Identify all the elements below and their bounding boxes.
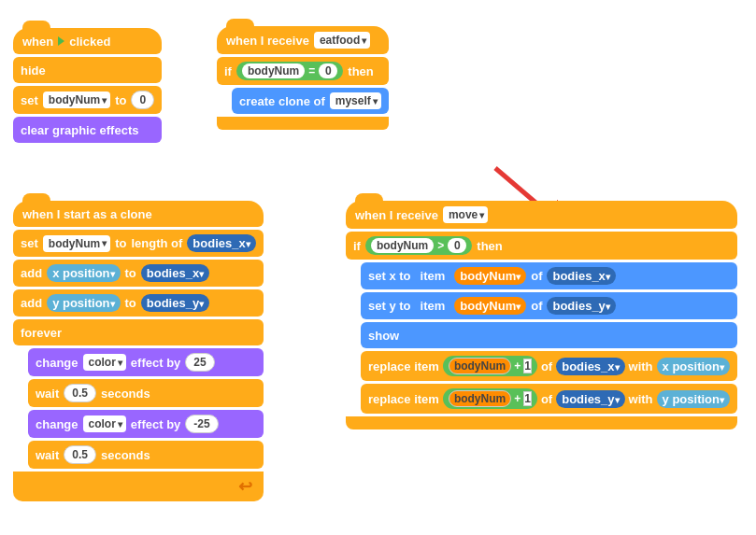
val-0-5[interactable]: 0.5 [64,384,96,402]
move-dropdown[interactable]: move [443,206,488,223]
show-text: show [368,329,399,343]
bodynum-plus1-pill2[interactable]: bodyNum + 1 [443,388,537,409]
forever-text: forever [21,326,62,340]
to-label2: to [115,236,126,250]
wait2-block[interactable]: wait 0.5 seconds [28,441,264,469]
bodies-x-dd3[interactable]: bodies_x [547,267,615,285]
bodynum-dd4[interactable]: bodyNum [454,297,526,315]
when-text: when [22,35,53,49]
add-ypos-block[interactable]: add y position to bodies_y [13,289,264,317]
clear-graphic-text: clear graphic effects [21,123,138,137]
change-label2: change [36,417,78,431]
bodynum-dd3[interactable]: bodyNum [454,267,526,285]
add-label: add [21,266,42,280]
wait-label: wait [36,387,59,401]
bodies-x-dd2[interactable]: bodies_x [141,264,209,282]
show-block[interactable]: show [361,322,737,348]
to-label3: to [125,266,136,280]
val-neg25[interactable]: -25 [185,415,218,433]
receive-move-group: when I receive move if bodyNum > 0 then … [346,201,737,429]
set-x-block[interactable]: set x to item bodyNum of bodies_x [361,262,737,289]
wait1-block[interactable]: wait 0.5 seconds [28,379,264,407]
bodynum-val2: bodyNum [371,238,434,253]
bodies-x-dd[interactable]: bodies_x [187,234,255,252]
receive-eatfood-hat[interactable]: when I receive eatfood [217,26,389,54]
with-label2: with [629,392,653,406]
seconds-label2: seconds [101,448,150,462]
bodies-y-dd[interactable]: bodies_y [141,294,209,312]
when-clicked-hat[interactable]: when clicked [13,28,162,54]
value-zero[interactable]: 0 [131,91,154,109]
change-color1-block[interactable]: change color effect by 25 [28,348,264,376]
forever-cap: ↩ [13,472,264,501]
bodies-y-dd2[interactable]: bodies_y [547,297,615,315]
add-label2: add [21,296,42,310]
to-label4: to [125,296,136,310]
set-label2: set [21,236,38,250]
flag-icon [58,36,64,46]
bodies-x-dd4[interactable]: bodies_x [556,358,624,375]
when-clicked-group: when clicked hide set bodyNum to 0 clear… [13,28,162,143]
then-label2: then [477,239,502,253]
create-clone-text: create clone of [239,94,325,108]
if-label2: if [353,239,361,253]
change-color2-block[interactable]: change color effect by -25 [28,410,264,438]
when-receive2-text: when I receive [355,208,438,222]
equals-op: = [308,64,315,77]
xpos-dd2[interactable]: x position [657,358,730,375]
bodynum-plus1-pill[interactable]: bodyNum + 1 [443,356,537,376]
replace-item-text2: replace item [368,392,439,406]
clone-group: when I start as a clone set bodyNum to l… [13,201,264,501]
when-receive-text: when I receive [226,34,309,48]
bodynum-gt-pill[interactable]: bodyNum > 0 [365,236,472,255]
item-label: item [416,267,450,285]
replace-x-block[interactable]: replace item bodyNum + 1 of bodies_x wit… [361,351,737,381]
color-dd2[interactable]: color [83,415,126,432]
set-y-block[interactable]: set y to item bodyNum of bodies_y [361,292,737,319]
myself-dropdown[interactable]: myself [330,92,381,109]
gt-op: > [437,239,444,252]
replace-item-text: replace item [368,359,439,373]
set-bodynum-block[interactable]: set bodyNum to 0 [13,86,162,114]
bodynum-dd2[interactable]: bodyNum [43,235,110,252]
seconds-label: seconds [101,387,150,401]
eatfood-dropdown[interactable]: eatfood [314,32,370,49]
hide-text: hide [21,63,46,77]
if-bodynum-gt-block[interactable]: if bodyNum > 0 then [346,232,737,260]
bodynum-val: bodyNum [242,63,305,78]
xpos-dd[interactable]: x position [47,264,120,282]
hide-block[interactable]: hide [13,57,162,83]
color-dd[interactable]: color [83,354,126,371]
bodynum-dropdown[interactable]: bodyNum [43,92,110,108]
bodynum-val4: bodyNum [449,390,511,407]
clone-hat-text: when I start as a clone [22,207,152,221]
set-x-text: set x to [368,269,411,283]
length-label: length of [131,236,182,250]
bodies-y-dd3[interactable]: bodies_y [556,390,624,408]
effect-by-text2: effect by [131,417,180,431]
plus-op: + [514,359,521,373]
val-25[interactable]: 25 [185,353,214,372]
clone-hat[interactable]: when I start as a clone [13,201,264,227]
wait-label2: wait [36,448,59,462]
of-label: of [531,269,542,283]
if-bodynum-block[interactable]: if bodyNum = 0 then [217,57,389,85]
bodynum-val3: bodyNum [449,358,511,374]
receive-eatfood-group: when I receive eatfood if bodyNum = 0 th… [217,26,389,130]
ypos-dd2[interactable]: y position [657,390,730,408]
bodynum-equals-pill[interactable]: bodyNum = 0 [236,62,343,80]
set-bodynum-length-block[interactable]: set bodyNum to length of bodies_x [13,230,264,257]
forever-block[interactable]: forever [13,319,264,345]
replace-y-block[interactable]: replace item bodyNum + 1 of bodies_y wit… [361,384,737,414]
receive-move-hat[interactable]: when I receive move [346,201,737,229]
ypos-dd[interactable]: y position [47,294,120,312]
add-xpos-block[interactable]: add x position to bodies_x [13,260,264,287]
val-0-5b[interactable]: 0.5 [64,445,96,464]
one-val: 1 [523,359,532,373]
of-label4: of [541,392,552,406]
create-clone-block[interactable]: create clone of myself [232,88,389,114]
to-label: to [115,93,126,107]
item-label2: item [416,297,450,315]
set-y-text: set y to [368,299,411,313]
clear-graphic-block[interactable]: clear graphic effects [13,117,162,143]
